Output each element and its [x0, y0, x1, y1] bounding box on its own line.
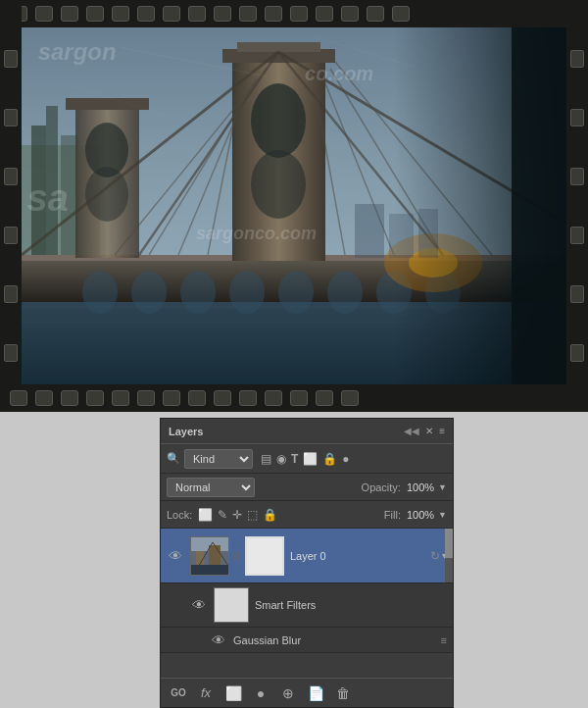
layers-toolbar: GO fx ⬜ ● ⊕ 📄 🗑 [161, 678, 453, 707]
sprocket-side [4, 344, 18, 362]
lock-image-icon[interactable]: ✎ [218, 508, 227, 522]
film-strip-left [0, 0, 22, 412]
sprocket [392, 6, 410, 22]
panel-header-icons: ◀◀ ✕ ≡ [404, 426, 445, 436]
filter-adjust-icon[interactable]: ◉ [276, 453, 286, 465]
sprocket [341, 6, 359, 22]
layer-mask-thumb-0 [245, 536, 284, 576]
sprocket-side [4, 168, 18, 185]
scrollbar[interactable] [445, 529, 453, 582]
blend-mode-select[interactable]: Normal [167, 478, 255, 497]
filter-icons-row: ▤ ◉ T ⬜ 🔒 ● [261, 453, 350, 465]
sprocket [35, 390, 53, 406]
gaussian-settings-icon[interactable]: ≡ [441, 634, 447, 646]
sprocket [163, 6, 180, 22]
add-adjustment-icon[interactable]: ● [251, 683, 270, 703]
panel-header: Layers ◀◀ ✕ ≡ [161, 419, 453, 444]
filter-type-icon[interactable]: T [291, 453, 298, 465]
lock-transparent-icon[interactable]: ⬜ [198, 508, 213, 522]
sprocket [61, 390, 78, 406]
sprocket [61, 6, 78, 22]
fill-dropdown-icon[interactable]: ▼ [438, 510, 447, 520]
layer-row-smart-filters[interactable]: 👁 Smart Filters [161, 583, 453, 628]
sprocket-side [4, 227, 18, 244]
svg-rect-47 [22, 27, 566, 384]
panel-title: Layers [169, 426, 203, 437]
sprocket-side [570, 285, 584, 303]
layers-list[interactable]: 👁 ⛓ Layer 0 [161, 529, 453, 678]
gaussian-label: Gaussian Blur [233, 634, 301, 646]
fx-icon[interactable]: fx [196, 683, 216, 703]
sprocket-side [570, 109, 584, 126]
bridge-scene: sargon co.com sa sargonco.com [22, 27, 566, 384]
chain-icon-0: ⛓ [232, 550, 242, 561]
canvas-area: sargon co.com sa sargonco.com [0, 0, 588, 412]
panel-menu-icon[interactable]: ≡ [439, 426, 445, 436]
lock-artboard-icon[interactable]: ⬚ [247, 508, 258, 522]
sprocket [137, 390, 155, 406]
sprocket [86, 390, 104, 406]
sprocket [341, 390, 359, 406]
film-photo: sargon co.com sa sargonco.com [0, 0, 588, 412]
layer-row-gaussian-blur[interactable]: 👁 Gaussian Blur ≡ [161, 628, 453, 653]
smart-filters-label: Smart Filters [255, 599, 316, 611]
resize-handle-icon[interactable]: ◀◀ [404, 426, 419, 436]
sprocket [214, 6, 231, 22]
sprocket [86, 6, 104, 22]
add-mask-icon[interactable]: ⬜ [223, 683, 243, 703]
sprocket [188, 6, 206, 22]
sprocket [163, 390, 180, 406]
opacity-dropdown-icon[interactable]: ▼ [438, 482, 447, 492]
kind-select[interactable]: Kind [184, 449, 253, 469]
lock-position-icon[interactable]: ✛ [232, 508, 242, 522]
fill-label: Fill: [384, 509, 401, 521]
scrollbar-thumb[interactable] [445, 529, 453, 558]
sprocket [239, 6, 257, 22]
sprocket [367, 6, 384, 22]
sprocket [214, 390, 231, 406]
layer-thumbnail-wrapper-0: ⛓ [190, 536, 284, 576]
sprocket [290, 6, 308, 22]
link-icon[interactable]: GO [169, 683, 188, 703]
sprocket [188, 390, 206, 406]
sprocket [35, 6, 53, 22]
sprocket [316, 390, 333, 406]
sprocket [290, 390, 308, 406]
sprocket [239, 390, 257, 406]
delete-layer-icon[interactable]: 🗑 [333, 683, 353, 703]
sprocket-side [4, 50, 18, 68]
lock-label: Lock: [167, 509, 192, 521]
film-strip-bottom [0, 384, 588, 412]
layer-photo-thumb-0 [190, 536, 229, 576]
sprocket-side [4, 285, 18, 303]
visibility-toggle-0[interactable]: 👁 [167, 547, 184, 565]
film-strip-right [566, 0, 588, 412]
filter-pixel-icon[interactable]: ▤ [261, 453, 271, 465]
layers-panel: Layers ◀◀ ✕ ≡ 🔍 Kind ▤ ◉ T ⬜ 🔒 ● Normal … [160, 418, 454, 708]
filter-shape-icon[interactable]: ⬜ [303, 453, 318, 465]
close-icon[interactable]: ✕ [425, 426, 433, 436]
film-strip-top [0, 0, 588, 27]
add-group-icon[interactable]: ⊕ [278, 683, 298, 703]
layer-thumbnail-wrapper-sf [214, 587, 249, 623]
visibility-toggle-gaussian[interactable]: 👁 [210, 632, 227, 649]
layer-name-0: Layer 0 [290, 550, 426, 562]
sprocket [265, 390, 282, 406]
sprocket [137, 6, 155, 22]
filter-circle-icon[interactable]: ● [342, 453, 349, 465]
sprocket [10, 390, 27, 406]
sprocket-side [570, 50, 584, 68]
filter-smart-icon[interactable]: 🔒 [322, 453, 337, 465]
lock-icons: ⬜ ✎ ✛ ⬚ 🔒 [198, 508, 277, 522]
visibility-toggle-smart-filters[interactable]: 👁 [190, 596, 208, 614]
sprocket [265, 6, 282, 22]
layer-row-0[interactable]: 👁 ⛓ Layer 0 [161, 529, 453, 583]
add-layer-icon[interactable]: 📄 [306, 683, 325, 703]
bridge-svg [22, 27, 566, 384]
photo-content: sargon co.com sa sargonco.com [22, 27, 566, 384]
fill-value: 100% [407, 509, 434, 521]
sprocket [112, 6, 129, 22]
lock-row: Lock: ⬜ ✎ ✛ ⬚ 🔒 Fill: 100% ▼ [161, 501, 453, 529]
blend-mode-row: Normal Opacity: 100% ▼ [161, 474, 453, 501]
lock-all-icon[interactable]: 🔒 [263, 508, 277, 522]
